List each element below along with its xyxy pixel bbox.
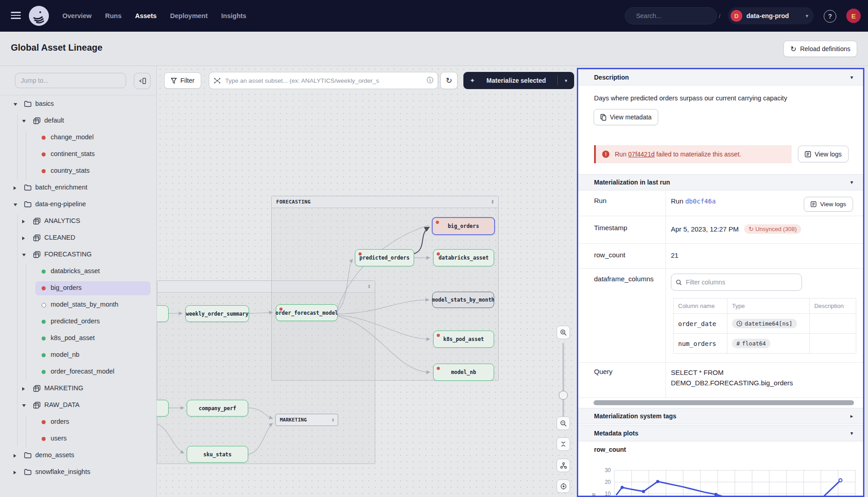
materialize-selected-button[interactable]: ✦ Materialize selected ▾ bbox=[463, 72, 574, 89]
view-logs-button-run[interactable]: View logs bbox=[804, 197, 853, 212]
stale-dot-icon bbox=[359, 252, 362, 256]
hash-icon: # bbox=[736, 341, 740, 347]
asset-node-partial[interactable] bbox=[157, 400, 169, 417]
sidebar-item-continent_stats[interactable]: continent_stats bbox=[0, 146, 157, 163]
section-header-metadata-plots[interactable]: Metadata plots ▾ bbox=[578, 425, 863, 441]
collapse-sidebar-button[interactable] bbox=[134, 73, 151, 89]
asset-node-sku_stats[interactable]: sku_stats bbox=[187, 446, 248, 463]
caret-down-icon[interactable] bbox=[22, 254, 26, 256]
user-avatar[interactable]: E bbox=[846, 9, 861, 23]
run-id-link[interactable]: db0cf46a bbox=[685, 198, 716, 205]
refresh-icon: ↻ bbox=[446, 76, 452, 85]
sidebar-item-model_stats_by_month[interactable]: model_stats_by_month bbox=[0, 297, 157, 313]
lineage-graph-canvas[interactable]: ⇕FORECASTING⇕MARKETING⇕ big_ordersdatabr… bbox=[157, 66, 577, 497]
sidebar-item-batch_enrichment[interactable]: batch_enrichment bbox=[0, 180, 157, 196]
nav-item-runs[interactable]: Runs bbox=[105, 12, 122, 19]
zoom-slider-handle[interactable] bbox=[559, 391, 568, 400]
sidebar-item-FORECASTING[interactable]: FORECASTING bbox=[0, 246, 157, 263]
asset-node-predicted_orders[interactable]: predicted_orders bbox=[355, 249, 414, 266]
dagster-logo-icon[interactable] bbox=[29, 6, 49, 26]
sidebar-item-k8s_pod_asset[interactable]: k8s_pod_asset bbox=[0, 330, 157, 347]
sidebar-item-change_model[interactable]: change_model bbox=[0, 129, 157, 146]
node-label: model_nb bbox=[451, 369, 476, 375]
zoom-slider-track[interactable] bbox=[562, 343, 564, 418]
caret-right-icon[interactable] bbox=[14, 471, 16, 474]
hamburger-menu-icon[interactable] bbox=[11, 12, 21, 20]
caret-right-icon[interactable] bbox=[22, 387, 25, 391]
sidebar-item-CLEANED[interactable]: CLEANED bbox=[0, 230, 157, 246]
sidebar-item-MARKETING[interactable]: MARKETING bbox=[0, 380, 157, 397]
section-header-system-tags[interactable]: Materialization system tags ▸ bbox=[578, 408, 863, 424]
view-metadata-button[interactable]: View metadata bbox=[594, 109, 658, 125]
group-expand-icon[interactable]: ⇕ bbox=[331, 418, 335, 422]
unsynced-badge[interactable]: ↻ Unsynced (308) bbox=[744, 224, 801, 234]
asset-node-big_orders[interactable]: big_orders bbox=[432, 217, 495, 235]
refresh-graph-button[interactable]: ↻ bbox=[440, 72, 458, 89]
zoom-in-button[interactable] bbox=[557, 326, 570, 339]
failed-run-link[interactable]: 07f4421d bbox=[628, 151, 655, 158]
caret-right-icon[interactable] bbox=[22, 237, 25, 240]
sidebar-item-data-eng-pipeline[interactable]: data-eng-pipeline bbox=[0, 196, 157, 213]
sidebar-item-default[interactable]: default bbox=[0, 113, 157, 129]
sidebar-item-orders[interactable]: orders bbox=[0, 414, 157, 431]
asset-node-weekly_order_summary[interactable]: weekly_order_summary bbox=[185, 305, 249, 322]
target-icon bbox=[560, 483, 567, 490]
asset-node-order_forecast_model[interactable]: order_forecast_model bbox=[276, 304, 338, 321]
section-header-materialization[interactable]: Materialization in last run ▾ bbox=[578, 174, 863, 190]
jump-to-row bbox=[0, 66, 157, 95]
caret-right-icon[interactable] bbox=[22, 220, 25, 223]
sidebar-item-databricks_asset[interactable]: databricks_asset bbox=[0, 263, 157, 280]
filter-columns-input[interactable] bbox=[685, 278, 797, 286]
nav-item-assets[interactable]: Assets bbox=[135, 12, 157, 19]
sidebar-item-model_nb[interactable]: model_nb bbox=[0, 347, 157, 364]
reload-definitions-label: Reload definitions bbox=[800, 45, 850, 52]
caret-down-icon[interactable] bbox=[22, 120, 26, 123]
reload-definitions-button[interactable]: ↻ Reload definitions bbox=[783, 41, 857, 57]
asset-node-partial[interactable] bbox=[157, 305, 169, 322]
sidebar-item-country_stats[interactable]: country_stats bbox=[0, 163, 157, 180]
filter-button[interactable]: Filter bbox=[164, 72, 201, 89]
asset-subset-input[interactable] bbox=[224, 77, 427, 85]
sidebar-item-big_orders[interactable]: big_orders bbox=[0, 280, 157, 297]
row-divider bbox=[578, 243, 863, 244]
stale-dot-icon bbox=[437, 367, 440, 370]
asset-node-company_perf[interactable]: company_perf bbox=[187, 400, 248, 417]
help-button[interactable]: ? bbox=[824, 10, 836, 23]
sidebar-item-users[interactable]: users bbox=[0, 431, 157, 447]
jump-to-input[interactable] bbox=[15, 73, 126, 88]
nav-item-insights[interactable]: Insights bbox=[221, 12, 246, 19]
sidebar-item-RAW_DATA[interactable]: RAW_DATA bbox=[0, 397, 157, 414]
asset-node-k8s_pod_asset[interactable]: k8s_pod_asset bbox=[433, 331, 494, 348]
sidebar-item-basics[interactable]: basics bbox=[0, 96, 157, 113]
graph-layout-button[interactable] bbox=[557, 459, 570, 472]
group-title: FORECASTING bbox=[276, 199, 311, 205]
sidebar-item-predicted_orders[interactable]: predicted_orders bbox=[0, 313, 157, 330]
search-box[interactable]: / bbox=[625, 7, 717, 24]
sidebar-item-snowflake_insights[interactable]: snowflake_insights bbox=[0, 464, 157, 481]
group-header[interactable]: FORECASTING⇕ bbox=[272, 196, 498, 208]
asset-node-model_nb[interactable]: model_nb bbox=[433, 364, 494, 381]
asset-node-model_stats_by_month[interactable]: model_stats_by_month bbox=[432, 292, 494, 308]
caret-right-icon[interactable] bbox=[14, 186, 16, 190]
caret-down-icon[interactable] bbox=[22, 404, 26, 407]
zoom-out-button[interactable] bbox=[557, 417, 570, 430]
view-logs-button[interactable]: View logs bbox=[798, 146, 849, 162]
nav-item-deployment[interactable]: Deployment bbox=[170, 12, 208, 19]
asset-node-databricks_asset[interactable]: databricks_asset bbox=[433, 249, 494, 266]
caret-down-icon[interactable] bbox=[14, 103, 17, 106]
nav-item-overview[interactable]: Overview bbox=[62, 12, 92, 19]
group-collapse-icon[interactable]: ⇕ bbox=[491, 199, 495, 204]
deployment-switcher[interactable]: D data-eng-prod ▾ bbox=[728, 7, 814, 24]
collapse-groups-button[interactable] bbox=[557, 437, 570, 451]
materialize-dropdown-caret[interactable]: ▾ bbox=[558, 78, 574, 84]
sidebar-item-ANALYTICS[interactable]: ANALYTICS bbox=[0, 213, 157, 230]
search-input[interactable] bbox=[635, 12, 719, 20]
horizontal-scrollbar[interactable] bbox=[594, 400, 854, 405]
section-header-description[interactable]: Description ▾ bbox=[578, 69, 863, 85]
sidebar-item-demo_assets[interactable]: demo_assets bbox=[0, 447, 157, 464]
collapsed-group-MARKETING[interactable]: MARKETING⇕ bbox=[275, 414, 338, 426]
caret-right-icon[interactable] bbox=[14, 454, 16, 458]
recenter-button[interactable] bbox=[557, 479, 570, 493]
sidebar-item-order_forecast_model[interactable]: order_forecast_model bbox=[0, 364, 157, 380]
caret-down-icon[interactable] bbox=[14, 204, 17, 206]
